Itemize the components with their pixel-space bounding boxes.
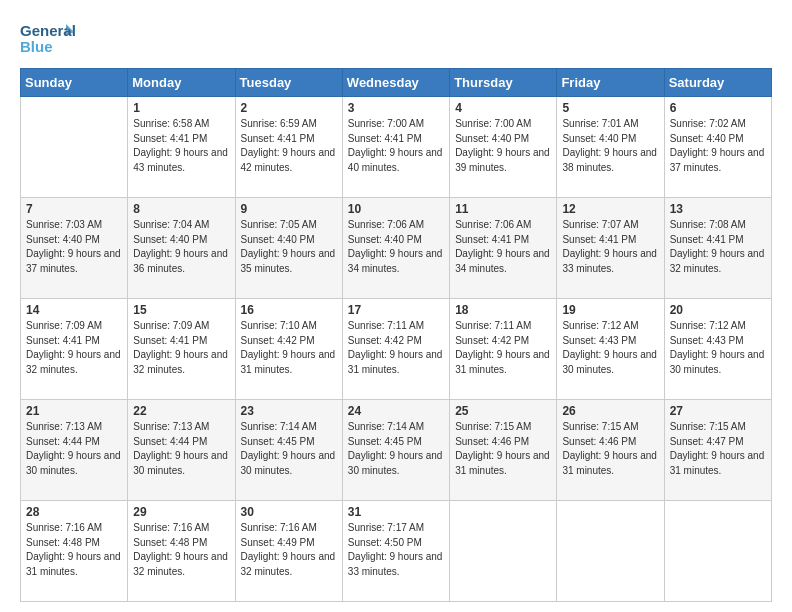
day-number: 8 xyxy=(133,202,229,216)
day-number: 23 xyxy=(241,404,337,418)
daylight-text: Daylight: 9 hours and 31 minutes. xyxy=(455,348,551,377)
day-info: Sunrise: 7:06 AM Sunset: 4:41 PM Dayligh… xyxy=(455,218,551,276)
calendar-cell: 7 Sunrise: 7:03 AM Sunset: 4:40 PM Dayli… xyxy=(21,198,128,299)
sunset-text: Sunset: 4:48 PM xyxy=(133,536,229,551)
day-number: 26 xyxy=(562,404,658,418)
daylight-text: Daylight: 9 hours and 39 minutes. xyxy=(455,146,551,175)
sunrise-text: Sunrise: 7:05 AM xyxy=(241,218,337,233)
calendar-cell: 28 Sunrise: 7:16 AM Sunset: 4:48 PM Dayl… xyxy=(21,501,128,602)
daylight-text: Daylight: 9 hours and 38 minutes. xyxy=(562,146,658,175)
day-info: Sunrise: 7:16 AM Sunset: 4:48 PM Dayligh… xyxy=(26,521,122,579)
weekday-header-saturday: Saturday xyxy=(664,69,771,97)
logo-svg: General Blue xyxy=(20,18,75,60)
daylight-text: Daylight: 9 hours and 32 minutes. xyxy=(26,348,122,377)
day-info: Sunrise: 7:07 AM Sunset: 4:41 PM Dayligh… xyxy=(562,218,658,276)
day-number: 31 xyxy=(348,505,444,519)
sunset-text: Sunset: 4:41 PM xyxy=(133,132,229,147)
day-info: Sunrise: 7:08 AM Sunset: 4:41 PM Dayligh… xyxy=(670,218,766,276)
day-info: Sunrise: 7:12 AM Sunset: 4:43 PM Dayligh… xyxy=(670,319,766,377)
sunset-text: Sunset: 4:41 PM xyxy=(348,132,444,147)
day-number: 2 xyxy=(241,101,337,115)
sunset-text: Sunset: 4:45 PM xyxy=(241,435,337,450)
calendar-cell: 17 Sunrise: 7:11 AM Sunset: 4:42 PM Dayl… xyxy=(342,299,449,400)
daylight-text: Daylight: 9 hours and 37 minutes. xyxy=(670,146,766,175)
sunset-text: Sunset: 4:46 PM xyxy=(455,435,551,450)
sunrise-text: Sunrise: 7:16 AM xyxy=(133,521,229,536)
day-info: Sunrise: 7:02 AM Sunset: 4:40 PM Dayligh… xyxy=(670,117,766,175)
day-info: Sunrise: 7:15 AM Sunset: 4:46 PM Dayligh… xyxy=(562,420,658,478)
daylight-text: Daylight: 9 hours and 32 minutes. xyxy=(133,550,229,579)
day-number: 11 xyxy=(455,202,551,216)
day-number: 3 xyxy=(348,101,444,115)
day-number: 7 xyxy=(26,202,122,216)
logo: General Blue xyxy=(20,18,75,60)
day-number: 9 xyxy=(241,202,337,216)
sunrise-text: Sunrise: 7:00 AM xyxy=(348,117,444,132)
calendar-cell xyxy=(664,501,771,602)
day-info: Sunrise: 7:13 AM Sunset: 4:44 PM Dayligh… xyxy=(133,420,229,478)
sunrise-text: Sunrise: 7:15 AM xyxy=(455,420,551,435)
sunset-text: Sunset: 4:46 PM xyxy=(562,435,658,450)
day-number: 28 xyxy=(26,505,122,519)
sunset-text: Sunset: 4:40 PM xyxy=(241,233,337,248)
calendar-cell: 29 Sunrise: 7:16 AM Sunset: 4:48 PM Dayl… xyxy=(128,501,235,602)
weekday-header-row: SundayMondayTuesdayWednesdayThursdayFrid… xyxy=(21,69,772,97)
day-info: Sunrise: 7:15 AM Sunset: 4:46 PM Dayligh… xyxy=(455,420,551,478)
calendar-cell: 16 Sunrise: 7:10 AM Sunset: 4:42 PM Dayl… xyxy=(235,299,342,400)
day-info: Sunrise: 7:05 AM Sunset: 4:40 PM Dayligh… xyxy=(241,218,337,276)
calendar-cell: 19 Sunrise: 7:12 AM Sunset: 4:43 PM Dayl… xyxy=(557,299,664,400)
day-info: Sunrise: 7:09 AM Sunset: 4:41 PM Dayligh… xyxy=(133,319,229,377)
daylight-text: Daylight: 9 hours and 34 minutes. xyxy=(348,247,444,276)
sunset-text: Sunset: 4:43 PM xyxy=(562,334,658,349)
calendar-cell: 8 Sunrise: 7:04 AM Sunset: 4:40 PM Dayli… xyxy=(128,198,235,299)
day-info: Sunrise: 7:15 AM Sunset: 4:47 PM Dayligh… xyxy=(670,420,766,478)
day-info: Sunrise: 7:10 AM Sunset: 4:42 PM Dayligh… xyxy=(241,319,337,377)
sunset-text: Sunset: 4:41 PM xyxy=(562,233,658,248)
sunset-text: Sunset: 4:42 PM xyxy=(455,334,551,349)
day-number: 16 xyxy=(241,303,337,317)
calendar-cell: 12 Sunrise: 7:07 AM Sunset: 4:41 PM Dayl… xyxy=(557,198,664,299)
day-number: 21 xyxy=(26,404,122,418)
sunset-text: Sunset: 4:48 PM xyxy=(26,536,122,551)
weekday-header-wednesday: Wednesday xyxy=(342,69,449,97)
day-info: Sunrise: 7:04 AM Sunset: 4:40 PM Dayligh… xyxy=(133,218,229,276)
calendar-week-1: 1 Sunrise: 6:58 AM Sunset: 4:41 PM Dayli… xyxy=(21,97,772,198)
day-number: 12 xyxy=(562,202,658,216)
day-info: Sunrise: 7:01 AM Sunset: 4:40 PM Dayligh… xyxy=(562,117,658,175)
sunrise-text: Sunrise: 7:15 AM xyxy=(562,420,658,435)
sunrise-text: Sunrise: 7:16 AM xyxy=(241,521,337,536)
calendar-cell: 1 Sunrise: 6:58 AM Sunset: 4:41 PM Dayli… xyxy=(128,97,235,198)
calendar-cell: 9 Sunrise: 7:05 AM Sunset: 4:40 PM Dayli… xyxy=(235,198,342,299)
sunset-text: Sunset: 4:41 PM xyxy=(133,334,229,349)
sunset-text: Sunset: 4:45 PM xyxy=(348,435,444,450)
sunset-text: Sunset: 4:41 PM xyxy=(26,334,122,349)
calendar-week-5: 28 Sunrise: 7:16 AM Sunset: 4:48 PM Dayl… xyxy=(21,501,772,602)
daylight-text: Daylight: 9 hours and 36 minutes. xyxy=(133,247,229,276)
sunset-text: Sunset: 4:40 PM xyxy=(670,132,766,147)
day-number: 19 xyxy=(562,303,658,317)
day-info: Sunrise: 7:00 AM Sunset: 4:40 PM Dayligh… xyxy=(455,117,551,175)
day-number: 18 xyxy=(455,303,551,317)
weekday-header-friday: Friday xyxy=(557,69,664,97)
sunrise-text: Sunrise: 7:04 AM xyxy=(133,218,229,233)
sunset-text: Sunset: 4:40 PM xyxy=(562,132,658,147)
daylight-text: Daylight: 9 hours and 40 minutes. xyxy=(348,146,444,175)
calendar-week-4: 21 Sunrise: 7:13 AM Sunset: 4:44 PM Dayl… xyxy=(21,400,772,501)
sunrise-text: Sunrise: 7:12 AM xyxy=(562,319,658,334)
calendar-cell: 5 Sunrise: 7:01 AM Sunset: 4:40 PM Dayli… xyxy=(557,97,664,198)
daylight-text: Daylight: 9 hours and 32 minutes. xyxy=(133,348,229,377)
sunrise-text: Sunrise: 7:01 AM xyxy=(562,117,658,132)
day-number: 25 xyxy=(455,404,551,418)
sunset-text: Sunset: 4:43 PM xyxy=(670,334,766,349)
calendar-cell: 4 Sunrise: 7:00 AM Sunset: 4:40 PM Dayli… xyxy=(450,97,557,198)
day-number: 30 xyxy=(241,505,337,519)
daylight-text: Daylight: 9 hours and 30 minutes. xyxy=(670,348,766,377)
sunrise-text: Sunrise: 7:11 AM xyxy=(455,319,551,334)
calendar-cell: 27 Sunrise: 7:15 AM Sunset: 4:47 PM Dayl… xyxy=(664,400,771,501)
sunrise-text: Sunrise: 7:12 AM xyxy=(670,319,766,334)
sunset-text: Sunset: 4:50 PM xyxy=(348,536,444,551)
sunrise-text: Sunrise: 7:08 AM xyxy=(670,218,766,233)
sunrise-text: Sunrise: 7:14 AM xyxy=(348,420,444,435)
daylight-text: Daylight: 9 hours and 32 minutes. xyxy=(241,550,337,579)
sunrise-text: Sunrise: 7:06 AM xyxy=(348,218,444,233)
